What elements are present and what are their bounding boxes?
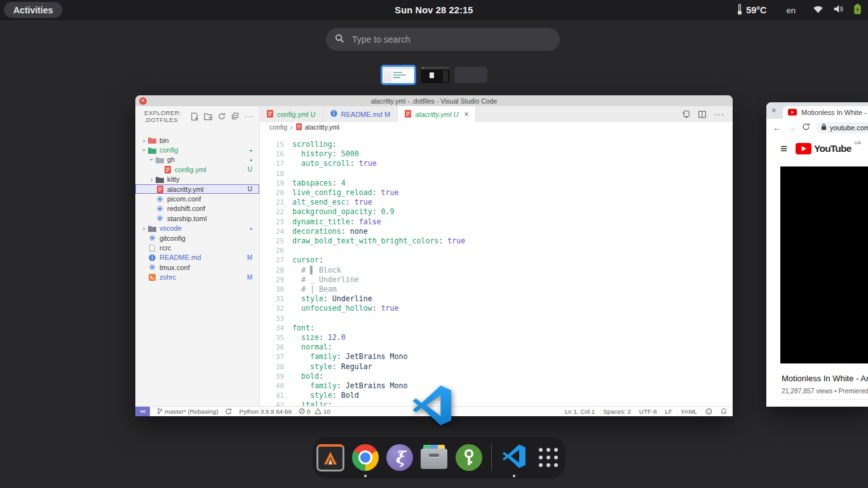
tree-item-gh[interactable]: ›gh● [135,155,259,165]
address-bar[interactable]: youtube.com/wa [816,122,868,133]
tree-item-rcrc[interactable]: rcrc [135,243,259,252]
tree-item-picom.conf[interactable]: picom.conf [135,194,259,203]
back-icon[interactable]: ← [773,123,782,133]
tab-README.md[interactable]: README.md M [323,106,398,122]
notifications-bell-icon[interactable] [721,408,727,415]
eol[interactable]: LF [665,408,672,415]
code-editor[interactable]: 15scrolling:16 history: 500017 auto_scro… [260,136,733,407]
browser-tab-youtube[interactable]: Motionless In White - A [783,106,868,119]
sync-icon[interactable] [225,408,232,415]
battery-charging-icon[interactable] [853,4,862,17]
tree-item-starship.toml[interactable]: starship.toml [135,214,259,223]
code-line-20[interactable]: 20live_config_reload: true [260,188,733,198]
search-bar[interactable] [326,28,560,51]
split-editor-icon[interactable] [698,111,706,118]
code-line-30[interactable]: 30 # | Beam [260,285,733,294]
code-line-32[interactable]: 32 unfocused_hollow: true [260,304,733,313]
new-file-icon[interactable] [191,112,198,121]
code-line-40[interactable]: 40 family: JetBrains Mono [260,381,733,391]
new-folder-icon[interactable] [204,112,212,120]
workspace-thumbnail-empty[interactable] [454,67,487,83]
tab-close-icon[interactable]: × [771,105,776,115]
language-mode[interactable]: YAML [681,408,697,415]
close-window-button[interactable]: × [139,97,147,105]
dock-item-emacs[interactable]: ξ [386,442,413,473]
tree-item-redshift.conf[interactable]: redshift.conf [135,204,259,214]
tree-item-config.yml[interactable]: config.ymlU [135,165,259,174]
code-line-38[interactable]: 38 style: Regular [260,362,733,372]
code-line-34[interactable]: 34font: [260,323,733,333]
indentation[interactable]: Spaces: 2 [603,408,631,415]
reload-icon[interactable] [802,123,810,133]
code-line-36[interactable]: 36 normal: [260,342,733,352]
code-line-25[interactable]: 25draw_bold_text_with_bright_colors: tru… [260,236,733,246]
tree-item-kitty[interactable]: ›kitty [135,175,259,184]
code-line-37[interactable]: 37 family: JetBrains Mono [260,352,733,362]
breadcrumb-file[interactable]: alacritty.yml [305,123,340,131]
tree-item-README.md[interactable]: README.mdM [135,253,259,262]
tree-item-gitconfig[interactable]: gitconfig [135,233,259,243]
keyboard-layout[interactable]: en [787,6,796,15]
code-line-18[interactable]: 18 [260,169,733,179]
more-actions-icon[interactable]: ··· [245,112,254,121]
code-line-27[interactable]: 27cursor: [260,255,733,265]
dock-item-vscode[interactable] [501,442,527,473]
volume-icon[interactable] [833,4,844,16]
collapse-folders-icon[interactable] [231,112,239,120]
vscode-titlebar[interactable]: × alacritty.yml - .dotfiles - Visual Stu… [135,95,733,106]
code-line-26[interactable]: 26 [260,246,733,255]
code-line-28[interactable]: 28 # ▌ Block [260,266,733,275]
breadcrumb-folder[interactable]: config [269,123,287,131]
running-indicator [364,475,367,477]
tree-item-tmux.conf[interactable]: tmux.conf [135,262,259,272]
video-player[interactable] [780,166,868,363]
code-line-16[interactable]: 16 history: 5000 [260,149,733,159]
refresh-icon[interactable] [218,112,226,120]
workspace-thumbnail-chrome[interactable] [420,66,451,84]
tree-item-zshrc[interactable]: zshrcM [135,273,259,282]
tab-config.yml[interactable]: config.yml U [260,106,323,122]
tree-item-alacritty.yml[interactable]: alacritty.ymlU [135,184,259,194]
menu-icon[interactable]: ≡ [780,146,787,152]
git-branch-status[interactable]: master* (Rebasing) [157,407,218,416]
remote-indicator[interactable]: >< [135,407,150,416]
code-line-24[interactable]: 24decorations: none [260,227,733,236]
code-line-23[interactable]: 23dynamic_title: false [260,217,733,227]
code-line-41[interactable]: 41 style: Bold [260,391,733,400]
tree-item-vscode[interactable]: ›vscode● [135,224,259,233]
youtube-logo[interactable]: YouTube UA [796,143,851,154]
forward-icon[interactable]: → [787,123,796,133]
tree-item-config[interactable]: ›config● [135,145,259,154]
code-line-15[interactable]: 15scrolling: [260,140,733,149]
cursor-position[interactable]: Ln 1, Col 1 [565,408,595,415]
dock-item-alacritty[interactable] [316,442,344,473]
close-tab-icon[interactable]: × [464,110,468,119]
workspace-thumbnail-vscode[interactable] [381,65,416,85]
code-line-21[interactable]: 21alt_send_esc: true [260,198,733,207]
tab-alacritty.yml[interactable]: alacritty.yml U× [398,106,476,123]
system-tray[interactable]: 59°C en [737,0,862,20]
breadcrumb[interactable]: config › alacritty.yml [260,122,733,132]
dock-item-chrome[interactable] [352,442,379,473]
open-changes-icon[interactable] [682,111,690,118]
editor-more-icon[interactable]: ··· [714,109,724,119]
tree-item-bin[interactable]: ›bin [135,135,259,145]
code-line-39[interactable]: 39 bold: [260,372,733,381]
vscode-logo-drag-icon[interactable] [412,385,452,426]
dock-item-app-grid[interactable] [535,442,562,473]
dock-item-files[interactable] [421,442,447,473]
problems-status[interactable]: 0 10 [299,408,330,416]
code-line-19[interactable]: 19tabspaces: 4 [260,179,733,188]
search-input[interactable] [351,34,512,45]
code-line-29[interactable]: 29 # _ Underline [260,275,733,285]
code-line-22[interactable]: 22background_opacity: 0.9 [260,207,733,217]
encoding[interactable]: UTF-8 [639,408,657,415]
code-line-17[interactable]: 17 auto_scroll: true [260,159,733,168]
wifi-icon[interactable] [813,4,824,16]
dock-item-keepassxc[interactable] [456,442,482,473]
feedback-icon[interactable] [705,408,712,415]
python-interpreter[interactable]: Python 3.9.9 64-bit [239,408,291,415]
code-line-35[interactable]: 35 size: 12.0 [260,333,733,342]
code-line-33[interactable]: 33 [260,314,733,323]
code-line-31[interactable]: 31 style: Underline [260,294,733,304]
